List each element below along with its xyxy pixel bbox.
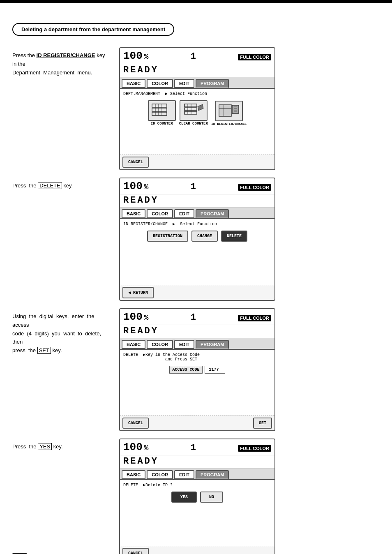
- tab-program-1[interactable]: PROGRAM: [196, 79, 229, 88]
- step-4-text: Press the YES key.: [12, 439, 107, 451]
- id-register-change-btn[interactable]: ID REGISTER/CHANGE: [211, 101, 247, 126]
- step-3-row: Using the digital keys, enter the access…: [12, 308, 380, 431]
- delete-key-ref: DELETE: [38, 182, 62, 189]
- cancel-btn-3[interactable]: CANCEL: [122, 418, 149, 429]
- screen-1-buttons: ID COUNTER: [123, 100, 271, 126]
- tab-color-2[interactable]: COLOR: [147, 209, 173, 218]
- screen-1-ready: READY: [120, 64, 274, 77]
- screen-3: 100 % 1 FULL COLOR READY BASIC COLOR EDI…: [119, 308, 275, 431]
- tab-basic-3[interactable]: BASIC: [122, 340, 145, 349]
- screen-1-status: DEPT.MANAGEMENT ▶ Select Function: [123, 91, 271, 96]
- screen-3-bottom: CANCEL SET: [120, 416, 274, 430]
- cancel-btn-1[interactable]: CANCEL: [122, 157, 149, 168]
- screen-2-header: 100 % 1 FULL COLOR: [120, 178, 274, 194]
- screen-3-status: DELETE ▶Key in the Access Code and Press…: [123, 352, 271, 362]
- screen-4-ready: READY: [120, 455, 274, 469]
- screen-1-body: DEPT.MANAGEMENT ▶ Select Function: [120, 89, 274, 155]
- screen-4-header: 100 % 1 FULL COLOR: [120, 439, 274, 455]
- screen-2-tabs: BASIC COLOR EDIT PROGRAM: [120, 208, 274, 219]
- step-2-row: Press the DELETE key. 100 % 1 FULL COLOR…: [12, 178, 380, 301]
- screen-4-bottom: CANCEL: [120, 546, 274, 554]
- screen-4-tabs: BASIC COLOR EDIT PROGRAM: [120, 469, 274, 480]
- screen-2-body: ID REGISTER/CHANGE ▶ Select Function REG…: [120, 219, 274, 285]
- tab-program-4[interactable]: PROGRAM: [196, 470, 229, 479]
- svg-rect-2: [152, 112, 167, 115]
- page-container: Deleting a department from the departmen…: [0, 0, 392, 554]
- screen-3-header: 100 % 1 FULL COLOR: [120, 309, 274, 325]
- screen-3-body: DELETE ▶Key in the Access Code and Press…: [120, 350, 274, 416]
- tab-edit-4[interactable]: EDIT: [174, 470, 194, 479]
- cancel-btn-4[interactable]: CANCEL: [122, 548, 149, 554]
- access-code-value: 1177: [205, 366, 225, 374]
- screen-4: 100 % 1 FULL COLOR READY BASIC COLOR EDI…: [119, 439, 275, 554]
- tab-color-3[interactable]: COLOR: [147, 340, 173, 349]
- tab-basic-2[interactable]: BASIC: [122, 209, 145, 218]
- tab-edit-3[interactable]: EDIT: [174, 340, 194, 349]
- step-1-row: Press the ID REGISTER/CHANGE key in the …: [12, 47, 380, 170]
- tab-basic-1[interactable]: BASIC: [122, 79, 145, 88]
- no-btn[interactable]: NO: [200, 492, 223, 503]
- svg-rect-1: [152, 108, 167, 111]
- tab-color-1[interactable]: COLOR: [147, 79, 173, 88]
- step-4-row: Press the YES key. 100 % 1 FULL COLOR RE…: [12, 439, 380, 554]
- svg-rect-7: [184, 108, 197, 111]
- change-btn[interactable]: CHANGE: [191, 231, 218, 242]
- screen-2-bottom: ◀ RETURN: [120, 285, 274, 300]
- registration-btn[interactable]: REGISTRATION: [147, 231, 188, 242]
- screen-4-buttons: YES NO: [123, 492, 271, 503]
- access-code-label: ACCESS CODE: [169, 366, 202, 374]
- svg-rect-6: [184, 104, 197, 107]
- id-counter-btn[interactable]: ID COUNTER: [148, 100, 176, 126]
- tab-color-4[interactable]: COLOR: [147, 470, 173, 479]
- clear-counter-btn[interactable]: CLEAR COUNTER: [179, 100, 208, 126]
- svg-rect-0: [152, 104, 167, 107]
- top-bar: [0, 0, 392, 3]
- tab-program-3[interactable]: PROGRAM: [196, 340, 229, 349]
- screen-2: 100 % 1 FULL COLOR READY BASIC COLOR EDI…: [119, 178, 275, 301]
- screen-1-tabs: BASIC COLOR EDIT PROGRAM: [120, 77, 274, 89]
- id-register-icon-box: [215, 101, 243, 121]
- set-key-ref: SET: [37, 347, 51, 354]
- screen-2-status: ID REGISTER/CHANGE ▶ Select Function: [123, 222, 271, 226]
- yes-btn[interactable]: YES: [171, 492, 197, 503]
- step-3-text: Using the digital keys, enter the access…: [12, 308, 107, 355]
- main-content: Press the ID REGISTER/CHANGE key in the …: [12, 47, 380, 554]
- screen-1-bottom: CANCEL: [120, 155, 274, 169]
- id-counter-icon: [150, 102, 173, 119]
- id-register-icon: [217, 103, 240, 119]
- step-1-text: Press the ID REGISTER/CHANGE key in the …: [12, 47, 107, 77]
- tab-basic-4[interactable]: BASIC: [122, 470, 145, 479]
- set-btn[interactable]: SET: [253, 418, 272, 429]
- return-btn[interactable]: ◀ RETURN: [122, 287, 154, 298]
- yes-key-ref: YES: [38, 443, 52, 450]
- screen-3-ready: READY: [120, 325, 274, 338]
- section-title: Deleting a department from the departmen…: [12, 23, 174, 36]
- screen-3-tabs: BASIC COLOR EDIT PROGRAM: [120, 338, 274, 350]
- svg-rect-11: [219, 105, 231, 116]
- tab-edit-2[interactable]: EDIT: [174, 209, 194, 218]
- screen-2-buttons: REGISTRATION CHANGE DELETE: [123, 231, 271, 242]
- screen-4-status: DELETE ▶Delete ID ?: [123, 482, 271, 487]
- id-counter-label: ID COUNTER: [151, 122, 173, 126]
- screen-1-header: 100 % 1 FULL COLOR: [120, 48, 274, 64]
- clear-counter-label: CLEAR COUNTER: [179, 122, 208, 126]
- id-counter-icon-box: [148, 100, 176, 121]
- clear-counter-icon: [182, 102, 205, 119]
- id-register-change-label: ID REGISTER/CHANGE: [211, 122, 247, 126]
- svg-rect-8: [184, 111, 197, 114]
- screen-4-body: DELETE ▶Delete ID ? YES NO: [120, 480, 274, 546]
- access-code-row: ACCESS CODE 1177: [123, 366, 271, 374]
- tab-program-2[interactable]: PROGRAM: [196, 209, 229, 218]
- clear-counter-icon-box: [180, 100, 208, 121]
- step-2-text: Press the DELETE key.: [12, 178, 107, 190]
- screen-2-ready: READY: [120, 194, 274, 208]
- tab-edit-1[interactable]: EDIT: [174, 79, 194, 88]
- id-register-change-ref: ID REGISTER/CHANGE: [37, 52, 95, 58]
- delete-btn[interactable]: DELETE: [221, 231, 247, 242]
- screen-1: 100 % 1 FULL COLOR READY BASIC COLOR EDI…: [119, 47, 275, 170]
